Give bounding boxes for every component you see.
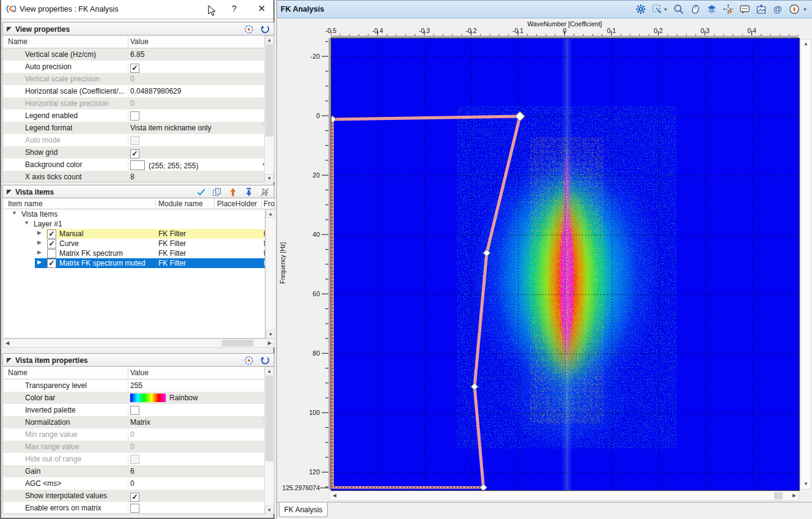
property-row-show-interpolated-values[interactable]: Show interpolated values✓: [3, 490, 274, 502]
panel-header[interactable]: FK Analysis: [277, 0, 812, 18]
property-row-hide-out-of-range[interactable]: Hide out of range: [3, 453, 274, 465]
checkbox[interactable]: [130, 111, 139, 121]
property-value[interactable]: [130, 504, 260, 513]
property-row-x-axis-ticks-count[interactable]: X axis ticks count8: [3, 171, 274, 182]
export-image-icon[interactable]: [756, 4, 767, 15]
target-icon[interactable]: [243, 24, 254, 35]
scroll-left-arrow[interactable]: ◀: [330, 491, 339, 500]
expander-closed-icon[interactable]: ▶: [37, 239, 42, 245]
tree-row-matrix-fk-spectrum-muted[interactable]: ▶✓Matrix FK spectrum mutedFK Filterfals: [3, 258, 265, 268]
property-row-background-color[interactable]: ↶Background color(255; 255; 255): [3, 159, 274, 171]
property-row-enable-errors-on-matrix[interactable]: Enable errors on matrix: [3, 502, 274, 514]
dialog-titlebar[interactable]: View properties : FK Analysis ? ✕: [1, 0, 273, 19]
property-row-legend-enabled[interactable]: Legend enabled: [3, 110, 274, 122]
polygon-handle[interactable]: [515, 111, 525, 121]
scroll-down-arrow[interactable]: ▼: [265, 174, 274, 182]
table-header[interactable]: Name Value: [3, 367, 274, 379]
collapse-triangle-icon[interactable]: [7, 358, 12, 363]
property-value[interactable]: [130, 455, 260, 465]
property-row-show-grid[interactable]: Show grid✓: [3, 146, 274, 159]
column-placeholder[interactable]: PlaceHolder: [217, 200, 257, 208]
scroll-left-arrow[interactable]: ◀: [3, 339, 12, 347]
section-vista-item-properties[interactable]: Vista item properties: [2, 353, 275, 367]
property-row-transparency-level[interactable]: Transparency level255: [3, 379, 274, 392]
scroll-down-arrow[interactable]: ▼: [266, 330, 275, 338]
checkbox[interactable]: ✓: [130, 64, 139, 73]
property-row-gain[interactable]: Gain6: [3, 465, 274, 477]
move-up-icon[interactable]: [227, 187, 238, 198]
compass-icon[interactable]: [789, 4, 807, 15]
tree-row-manual[interactable]: ▶✓ManualFK Filterfals: [3, 229, 265, 239]
property-value[interactable]: [130, 111, 260, 121]
checkbox[interactable]: [130, 504, 139, 513]
tree-row-matrix-fk-spectrum[interactable]: ▶Matrix FK spectrumFK Filterfals: [3, 248, 265, 258]
column-value[interactable]: Value: [130, 368, 149, 377]
tree-row-layer-1[interactable]: ▼Layer #1: [3, 219, 265, 229]
mouse-mode-icon[interactable]: [690, 4, 701, 15]
property-row-vertical-scale-hz-cm-[interactable]: Vertical scale (Hz/cm)6.85: [3, 48, 274, 61]
check-icon[interactable]: [196, 187, 207, 198]
expander-open-icon[interactable]: ▼: [12, 210, 17, 216]
column-item-name[interactable]: Item name: [8, 200, 43, 208]
column-module-name[interactable]: Module name: [158, 200, 203, 208]
property-value[interactable]: [130, 136, 260, 146]
vista-items-vscrollbar[interactable]: ▲ ▼: [265, 209, 275, 338]
expander-closed-icon[interactable]: ▶: [37, 259, 42, 265]
rainbow-colorbar-swatch[interactable]: [130, 394, 166, 402]
undo-icon[interactable]: [259, 355, 270, 366]
scroll-right-arrow[interactable]: ▶: [265, 339, 274, 347]
property-row-auto-mode[interactable]: Auto mode: [3, 134, 274, 146]
property-value[interactable]: [130, 406, 260, 416]
pointer-off-icon[interactable]: [259, 187, 270, 198]
move-down-icon[interactable]: [243, 187, 254, 198]
collapse-triangle-icon[interactable]: [7, 190, 12, 195]
property-value[interactable]: Rainbow: [130, 394, 260, 402]
vista-item-properties-scrollbar[interactable]: ▲ ▼: [264, 367, 274, 514]
tab-fk-analysis[interactable]: FK Analysis: [279, 502, 328, 517]
scroll-up-arrow[interactable]: ▲: [265, 367, 274, 375]
property-row-horizontal-scale-precision[interactable]: Horizontal scale precision0: [3, 97, 274, 110]
property-row-legend-format[interactable]: ▼Legend formatVista item nickname only: [3, 122, 274, 134]
property-row-agc-ms-[interactable]: AGC <ms>0: [3, 477, 274, 490]
close-button[interactable]: ✕: [256, 3, 268, 15]
table-header[interactable]: Name Value: [3, 35, 274, 48]
property-row-normalization[interactable]: ▼NormalizationMatrix: [3, 416, 274, 428]
layers-icon[interactable]: [706, 4, 717, 15]
vista-items-hscrollbar[interactable]: ◀ ▶: [2, 338, 275, 348]
vista-items-header[interactable]: Item name Module name PlaceHolder Fro: [2, 198, 275, 209]
property-row-horizontal-scale-coefficient-[interactable]: Horizontal scale (Coefficient/...0.04887…: [3, 85, 274, 97]
crosshair-icon[interactable]: [723, 4, 734, 15]
section-view-properties[interactable]: View properties: [2, 22, 275, 35]
property-row-max-range-value[interactable]: Max range value0: [3, 441, 274, 453]
column-frozen[interactable]: Fro: [264, 200, 275, 208]
property-value[interactable]: (255; 255; 255): [130, 160, 260, 170]
property-value[interactable]: Matrix: [130, 418, 260, 427]
polygon-handle[interactable]: [480, 484, 487, 490]
section-vista-items[interactable]: Vista items: [2, 185, 275, 198]
visibility-checkbox[interactable]: ✓: [47, 239, 56, 248]
scroll-up-arrow[interactable]: ▲: [265, 35, 274, 44]
plot-horizontal-scrollbar[interactable]: ◀ ▶: [330, 491, 799, 501]
checkbox[interactable]: [130, 406, 139, 415]
property-value[interactable]: ✓: [130, 491, 260, 502]
zoom-icon[interactable]: [673, 4, 684, 15]
undo-icon[interactable]: [259, 24, 270, 35]
property-value[interactable]: ✓: [130, 148, 260, 159]
property-row-vertical-scale-precision[interactable]: Vertical scale precision0: [3, 73, 274, 85]
checkbox[interactable]: ✓: [130, 493, 139, 502]
property-value[interactable]: Vista item nickname only: [130, 124, 260, 132]
tree-row-vista-items[interactable]: ▼Vista Items: [3, 209, 265, 219]
scroll-down-arrow[interactable]: ▼: [801, 480, 811, 489]
visibility-checkbox[interactable]: [47, 249, 56, 258]
plot-vertical-scrollbar[interactable]: ▲ ▼: [800, 39, 811, 490]
scroll-up-arrow[interactable]: ▲: [266, 209, 275, 218]
property-row-color-bar[interactable]: Color barRainbow: [3, 392, 274, 404]
property-row-min-range-value[interactable]: Min range value0: [3, 428, 274, 441]
expander-closed-icon[interactable]: ▶: [37, 230, 42, 236]
polygon-handle[interactable]: [483, 250, 490, 256]
copy-items-icon[interactable]: [212, 187, 223, 198]
property-row-inverted-palette[interactable]: Inverted palette: [3, 404, 274, 416]
gear-icon[interactable]: [635, 4, 646, 15]
column-name[interactable]: Name: [8, 37, 28, 46]
property-value[interactable]: ✓: [130, 62, 260, 73]
